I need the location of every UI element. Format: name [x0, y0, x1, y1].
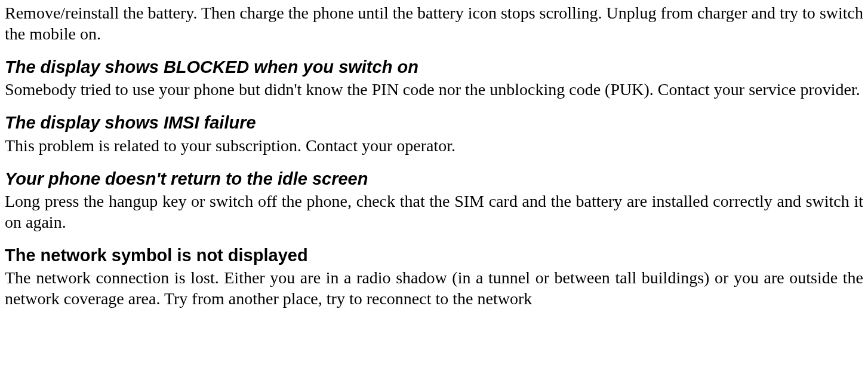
heading-network: The network symbol is not displayed: [5, 244, 863, 266]
heading-blocked: The display shows BLOCKED when you switc…: [5, 56, 863, 78]
body-imsi: This problem is related to your subscrip…: [5, 135, 863, 156]
section-idle: Your phone doesn't return to the idle sc…: [5, 168, 863, 233]
body-idle: Long press the hangup key or switch off …: [5, 191, 863, 233]
body-blocked: Somebody tried to use your phone but did…: [5, 79, 863, 100]
body-network: The network connection is lost. Either y…: [5, 267, 863, 309]
section-blocked: The display shows BLOCKED when you switc…: [5, 56, 863, 100]
section-imsi: The display shows IMSI failure This prob…: [5, 112, 863, 155]
heading-imsi: The display shows IMSI failure: [5, 112, 863, 133]
section-network: The network symbol is not displayed The …: [5, 244, 863, 309]
intro-paragraph: Remove/reinstall the battery. Then charg…: [5, 2, 863, 44]
heading-idle: Your phone doesn't return to the idle sc…: [5, 168, 863, 189]
